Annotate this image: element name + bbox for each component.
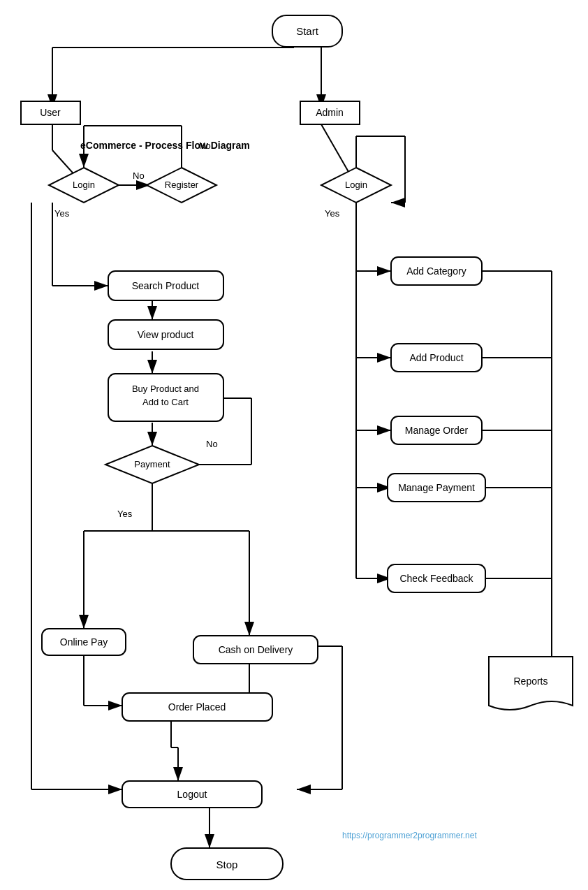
flowchart: Start User Admin eCommerce - Process Flo… [0, 0, 588, 890]
svg-text:Yes: Yes [325, 208, 340, 219]
svg-text:Login: Login [73, 180, 95, 190]
svg-text:No: No [206, 439, 218, 449]
svg-text:Add to Cart: Add to Cart [142, 397, 189, 407]
svg-text:Reports: Reports [513, 676, 547, 687]
svg-text:Add Product: Add Product [409, 352, 463, 363]
svg-text:User: User [40, 107, 61, 118]
svg-text:Manage Order: Manage Order [405, 425, 469, 436]
svg-text:View product: View product [138, 329, 194, 340]
svg-text:Search Product: Search Product [132, 280, 200, 291]
svg-text:No: No [199, 140, 211, 151]
svg-text:Add Category: Add Category [406, 265, 466, 277]
svg-text:Yes: Yes [54, 208, 70, 219]
svg-text:Buy Product and: Buy Product and [132, 384, 199, 394]
svg-text:https://programmer2programmer.: https://programmer2programmer.net [342, 831, 477, 840]
svg-text:Logout: Logout [177, 789, 207, 800]
svg-text:Login: Login [345, 180, 367, 190]
svg-text:Yes: Yes [117, 509, 133, 519]
svg-text:Online Pay: Online Pay [60, 636, 108, 648]
svg-text:Admin: Admin [316, 107, 344, 118]
svg-text:Payment: Payment [134, 459, 170, 469]
svg-text:eCommerce - Process Flow Diagr: eCommerce - Process Flow Diagram [80, 140, 250, 151]
svg-text:Check Feedback: Check Feedback [399, 573, 473, 584]
svg-text:Start: Start [296, 25, 319, 37]
svg-text:Order Placed: Order Placed [168, 701, 226, 713]
svg-text:Register: Register [165, 180, 199, 190]
svg-text:Cash on Delivery: Cash on Delivery [219, 644, 293, 655]
svg-text:Stop: Stop [216, 859, 238, 870]
svg-text:Manage Payment: Manage Payment [398, 482, 475, 493]
svg-text:No: No [133, 170, 145, 181]
